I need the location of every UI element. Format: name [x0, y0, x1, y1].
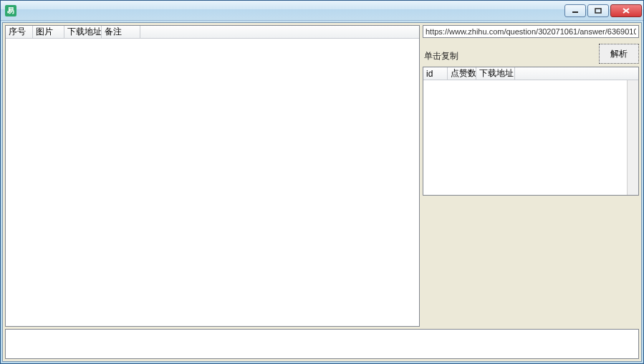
maximize-button[interactable]	[587, 4, 609, 17]
left-col-index[interactable]: 序号	[6, 26, 33, 38]
close-button[interactable]	[610, 4, 642, 17]
minimize-button[interactable]	[564, 4, 586, 17]
left-list-body[interactable]	[6, 39, 419, 326]
status-textbox[interactable]	[5, 329, 639, 359]
left-col-url[interactable]: 下载地址	[64, 26, 102, 38]
maximize-icon	[595, 8, 602, 14]
parse-button[interactable]: 解析	[599, 44, 639, 64]
right-list-body[interactable]	[423, 80, 638, 195]
app-window: 易 序号 图片 下载地址 备注	[0, 0, 644, 364]
titlebar: 易	[1, 1, 643, 21]
right-col-filler	[515, 67, 638, 80]
svg-rect-1	[595, 9, 601, 13]
minimize-icon	[572, 8, 579, 14]
action-row: 单击复制 解析	[423, 39, 639, 65]
right-col-id[interactable]: id	[423, 67, 448, 80]
left-col-filler	[140, 26, 419, 38]
right-column-headers: id 点赞数 下载地址	[423, 67, 638, 80]
right-col-url[interactable]: 下载地址	[476, 67, 515, 80]
right-col-likes[interactable]: 点赞数	[448, 67, 476, 80]
left-listview[interactable]: 序号 图片 下载地址 备注	[5, 25, 420, 327]
right-listview[interactable]: id 点赞数 下载地址	[423, 67, 639, 196]
client-area: 序号 图片 下载地址 备注 单击复制 解析 id	[2, 22, 642, 362]
left-col-note[interactable]: 备注	[102, 26, 140, 38]
app-icon: 易	[5, 5, 16, 16]
left-column-headers: 序号 图片 下载地址 备注	[6, 26, 419, 39]
right-scrollbar[interactable]	[627, 80, 638, 195]
upper-area: 序号 图片 下载地址 备注 单击复制 解析 id	[5, 25, 639, 327]
left-col-image[interactable]: 图片	[33, 26, 64, 38]
right-pane: 单击复制 解析 id 点赞数 下载地址	[423, 25, 639, 327]
close-icon	[622, 7, 630, 14]
url-input[interactable]	[423, 25, 639, 38]
right-empty-area	[423, 197, 639, 327]
copy-hint-label[interactable]: 单击复制	[423, 50, 599, 64]
